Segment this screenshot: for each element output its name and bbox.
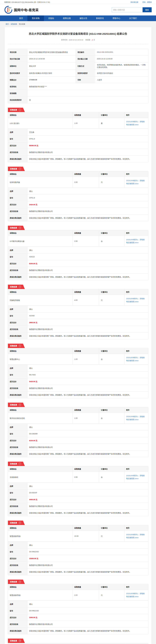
payment-value: 合同生效后，待货物到达指定地点、安装调试验收合格后，一次性付清合同货款。 [95, 62, 148, 70]
goods-table: 采购商品 采购数量 计量单位 附件 同轴吸顶音箱 4.00 只 20251009… [8, 289, 148, 306]
result-block: 采购结果 9 采购商品 采购数量 计量单位 附件 智慧语音终端2 2.00 只 … [8, 580, 148, 634]
goods-unit: 台 [99, 472, 124, 482]
deal-price-unit: 元 [35, 440, 37, 442]
login-link[interactable]: 您好，请登录 [142, 2, 151, 3]
brand-label: 品牌 [8, 601, 27, 608]
attachment-link[interactable]: 20251009附件1：货物类响应偏离表.docx [126, 475, 145, 480]
brand-value: 湖山 [27, 483, 148, 490]
search-input[interactable] [112, 7, 142, 12]
goods-header-product: 采购商品 [8, 584, 72, 590]
goods-header-attachment: 附件 [124, 584, 148, 590]
nav-item-bidding-purchase[interactable]: 竞价采购 [27, 16, 44, 21]
goods-unit: 台 [99, 413, 124, 424]
supplier-label: 成交供应商 [8, 621, 27, 628]
goods-header-qty: 采购数量 [72, 289, 99, 295]
site-header: 易竞采 国网中电•易竞采 搜索 [0, 4, 156, 16]
address-value: 陕西省西安市长安区**** [27, 83, 148, 90]
info-label: 项目编号 [75, 49, 95, 56]
result-badge-label: 采购结果 [10, 227, 17, 229]
goods-unit: 台 [99, 354, 124, 365]
nav-item-help[interactable]: 帮助中心 [108, 16, 125, 21]
attachment-link[interactable]: 20251009附件1：货物类响应偏离表.docx [126, 180, 145, 184]
breadcrumb-home[interactable]: 首页 [6, 23, 9, 25]
info-label: 竞价开始日期 [8, 56, 27, 62]
bid-end-value: 2025-10-15 12:00:00 [95, 56, 148, 62]
goods-table: 采购商品 采购数量 计量单位 附件 IOT数字功率放大器 2.00 台 2025… [8, 230, 148, 247]
info-label: 付款方式 [75, 62, 95, 70]
publish-time-label: 发布时间： [61, 39, 69, 41]
nav-item-news[interactable]: 新闻资讯 [92, 16, 108, 21]
breadcrumb-current: 竞价结果 [19, 23, 25, 25]
survey-value [27, 90, 148, 96]
attachment-link[interactable]: 20251009附件1：货物类响应偏离表.docx [126, 592, 145, 597]
search-box: 搜索 [112, 7, 152, 12]
info-label: 采购单位 [8, 62, 27, 70]
nav-item-about[interactable]: 关于我们 [125, 16, 141, 21]
result-badge-label: 采购结果 [10, 463, 17, 465]
warranty-label: 质保及售后服务 [8, 392, 27, 398]
result-detail-table: 品牌 湖山 型号 DS-W622SD 成交总价 15500.00 元 成交供应商… [8, 542, 148, 575]
goods-header-unit: 计量单位 [99, 525, 124, 531]
goods-product-name: 智慧语音终端1 [8, 531, 72, 542]
goods-product-name: 数字会议系统主控机 [8, 413, 72, 424]
result-detail-table: 品牌 湖山 型号 DS-D630M 成交总价 6230.00 元 成交供应商 陕… [8, 424, 148, 457]
supplier-register-link[interactable]: 供应商注册 [130, 2, 138, 3]
result-block: 采购结果 7 采购商品 采购数量 计量单位 附件 无线接收机 2.00 台 20… [8, 462, 148, 516]
deal-price-value: 6230.00 [29, 440, 35, 442]
attachment-link[interactable]: 20251009附件1：货物类响应偏离表.docx [126, 357, 145, 362]
result-badge-number: 4 [19, 286, 21, 288]
goods-qty: 10.00 [72, 531, 99, 542]
warranty-value: 验收合格之日起3年提供原厂质保。质保期内，非人为因素产品出现质量问题，由乙方进行… [27, 156, 148, 162]
model-label: 型号 [8, 490, 27, 496]
attachment-link[interactable]: 20251009附件1：货物类响应偏离表.docx [126, 416, 145, 420]
result-badge-number: 3 [19, 226, 21, 229]
goods-qty: 4.00 [72, 295, 99, 306]
warranty-label: 质保及售后服务 [8, 628, 27, 634]
deal-price-unit: 元 [36, 145, 38, 146]
supplier-label: 成交供应商 [8, 562, 27, 568]
result-badge-label: 采购结果 [10, 404, 17, 406]
attachment-link[interactable]: 20251009附件1：货物类响应偏离表.docx [126, 298, 145, 302]
main-nav: 首页 竞价采购 招投标 政策法规 诚信公告 新闻资讯 帮助中心 关于我们 [0, 16, 156, 21]
deal-price-value: 2900.00 [29, 322, 35, 324]
goods-header-unit: 计量单位 [99, 348, 124, 354]
result-badge: 采购结果 1 [8, 108, 23, 112]
deal-price-value: 15500.00 [29, 558, 36, 560]
buyer-value: 西北大学 [27, 62, 75, 70]
result-badge-label: 采购结果 [10, 640, 17, 642]
model-label: 型号 [8, 430, 27, 437]
goods-header-unit: 计量单位 [99, 584, 124, 590]
model-value: CPS1.8 [27, 194, 148, 201]
result-badge-label: 采购结果 [10, 522, 17, 524]
warranty-label: 质保及售后服务 [8, 156, 27, 162]
supplier-label: 成交供应商 [8, 503, 27, 510]
nav-item-integrity[interactable]: 诚信公告 [75, 16, 92, 21]
attachment-link[interactable]: 20251009附件1：货物类响应偏离表.docx [126, 239, 145, 244]
breadcrumb-purchase-results[interactable]: 采购结果 [11, 23, 17, 25]
model-value: DS-W622SD [27, 548, 148, 555]
deal-price-unit: 元 [35, 262, 37, 264]
supplier-value: 陕西韶华云顶数字技术有限公司 [27, 503, 148, 510]
result-block: 采购结果 2 采购商品 采购数量 计量单位 附件 柱阵列扬声器 2.00 只 2… [8, 167, 148, 221]
result-detail-table: 品牌 湖山 型号 WLYS02 成交总价 5420.00 元 成交供应商 陕西韶… [8, 365, 148, 398]
warranty-value: 验收合格之日起3年提供原厂质保。质保期内，非人为因素产品出现质量问题，由乙方进行… [27, 274, 148, 280]
warranty-value: 验收合格之日起3年提供原厂质保。质保期内，非人为因素产品出现质量问题，由乙方进行… [27, 450, 148, 457]
result-badge-label: 采购结果 [10, 581, 17, 583]
goods-header-unit: 计量单位 [99, 643, 124, 644]
nav-item-home[interactable]: 首页 [15, 16, 27, 21]
result-badge-label: 采购结果 [10, 168, 17, 170]
attachment-link[interactable]: 20251009附件1：货物类响应偏离表.docx [126, 121, 145, 126]
goods-header-product: 采购商品 [8, 525, 72, 531]
announcement-meta: 发布时间：2025-10-15 15:04:42 阅读量：1 次 [8, 39, 148, 41]
brand-label: 品牌 [8, 129, 27, 136]
deal-price-label: 成交总价 [8, 142, 27, 149]
nav-item-policy[interactable]: 政策法规 [58, 16, 75, 21]
project-info-table: 项目名称 西北大学区域国别学院学术交流研讨室设备采购项目 项目编号 XDJJ-H… [8, 49, 148, 103]
goods-header-attachment: 附件 [124, 525, 148, 531]
deal-price-unit: 元 [35, 380, 37, 382]
model-label: 型号 [8, 136, 27, 142]
search-button[interactable]: 搜索 [142, 7, 151, 12]
warranty-value: 验收合格之日起3年提供原厂质保。质保期内，非人为因素产品出现质量问题，由乙方进行… [27, 332, 148, 339]
nav-item-tender[interactable]: 招投标 [44, 16, 58, 21]
attachment-link[interactable]: 20251009附件1：货物类响应偏离表.docx [126, 534, 145, 538]
